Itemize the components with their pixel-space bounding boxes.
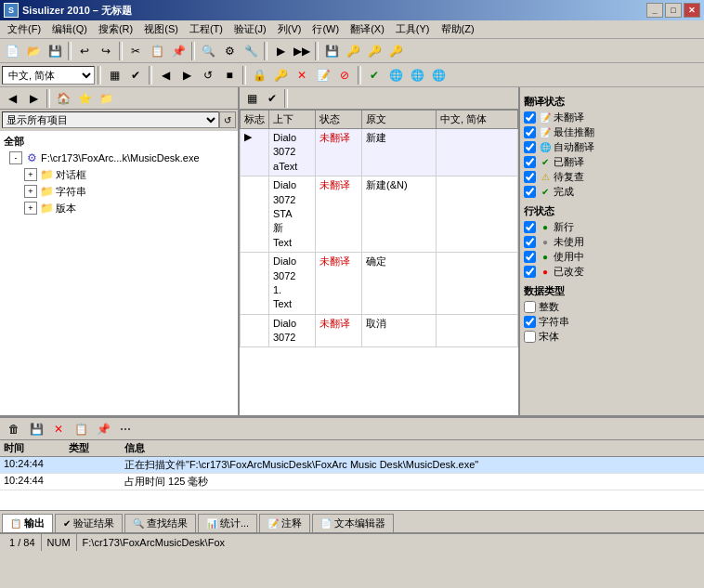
log-delete-btn[interactable]: ✕ [48, 419, 69, 439]
cut-button[interactable]: ✂ [125, 41, 146, 61]
menu-column[interactable]: 列(V) [272, 20, 307, 38]
label-translated: 已翻译 [554, 155, 584, 169]
tree-expander-version[interactable]: + [24, 202, 37, 215]
menu-row[interactable]: 行(W) [306, 20, 345, 38]
checkbox-unused[interactable] [524, 236, 536, 248]
nav-back-btn[interactable]: ◀ [155, 65, 176, 85]
tb-btn-7[interactable]: ▶ [270, 41, 291, 61]
log-save-btn[interactable]: 💾 [26, 419, 46, 439]
tree-home-btn[interactable]: 🏠 [53, 88, 73, 109]
checkbox-untranslated[interactable] [524, 111, 536, 124]
open-button[interactable]: 📂 [23, 41, 44, 61]
menu-search[interactable]: 搜索(R) [93, 20, 138, 38]
tb-translate2-btn[interactable]: 🌐 [407, 65, 427, 85]
tb-key-btn[interactable]: 🔑 [270, 65, 291, 85]
menu-edit[interactable]: 编辑(Q) [46, 20, 93, 38]
close-button[interactable]: ✕ [684, 3, 700, 18]
tab-text-editor[interactable]: 📄 文本编辑器 [312, 514, 394, 532]
log-row[interactable]: 10:24:44 正在扫描文件"F:\cr173\FoxArcMusicDesk… [0, 457, 704, 474]
tree-expander-string[interactable]: + [24, 185, 37, 198]
tb-translate-btn[interactable]: 🌐 [385, 65, 406, 85]
checkbox-changed[interactable] [524, 266, 536, 278]
menu-help[interactable]: 帮助(Z) [436, 20, 480, 38]
tree-expander-file[interactable]: - [9, 151, 22, 164]
checkbox-new-row[interactable] [524, 221, 536, 233]
log-more-btn[interactable]: ⋯ [115, 419, 136, 439]
tab-find[interactable]: 🔍 查找结果 [124, 514, 196, 532]
label-font: 宋体 [539, 330, 559, 344]
paste-button[interactable]: 📌 [168, 41, 189, 61]
table-check-btn[interactable]: ✔ [262, 88, 282, 109]
tree-back-btn[interactable]: ◀ [2, 88, 22, 109]
log-row[interactable]: 10:24:44 占用时间 125 毫秒 [0, 474, 704, 490]
checkbox-in-use[interactable] [524, 251, 536, 263]
checkbox-string[interactable] [524, 316, 536, 328]
tb-translate3-btn[interactable]: 🌐 [428, 65, 449, 85]
copy-button[interactable]: 📋 [147, 41, 167, 61]
tree-star-btn[interactable]: ⭐ [74, 88, 95, 109]
tb-grid-btn[interactable]: ▦ [104, 65, 124, 85]
maximize-button[interactable]: □ [665, 3, 682, 18]
tb-check-btn[interactable]: ✔ [125, 65, 146, 85]
tb-lock-btn[interactable]: 🔒 [249, 65, 269, 85]
tb-error-btn[interactable]: ⊘ [334, 65, 355, 85]
tb-btn-9[interactable]: 💾 [321, 41, 342, 61]
new-button[interactable]: 📄 [2, 41, 22, 61]
table-row[interactable]: Dialo3072 未翻译 取消 [241, 314, 518, 347]
minimize-button[interactable]: _ [646, 3, 663, 18]
tb-btn-8[interactable]: ▶▶ [292, 41, 312, 61]
menu-file[interactable]: 文件(F) [2, 20, 46, 38]
tb-btn-6[interactable]: 🔧 [241, 41, 261, 61]
checkbox-font[interactable] [524, 331, 536, 343]
tb-edit-btn[interactable]: 📝 [313, 65, 333, 85]
tb-btn-4[interactable]: 🔍 [198, 41, 218, 61]
checkbox-integer[interactable] [524, 301, 536, 313]
tab-output[interactable]: 📋 输出 [2, 514, 53, 532]
menu-view[interactable]: 视图(S) [138, 20, 184, 38]
tab-notes[interactable]: 📝 注释 [259, 514, 310, 532]
menu-validate[interactable]: 验证(J) [228, 20, 272, 38]
tb-btn-11[interactable]: 🔑 [364, 41, 385, 61]
tree-forward-btn[interactable]: ▶ [23, 88, 44, 109]
row-flag-2 [241, 176, 269, 253]
tb-green-btn[interactable]: ✔ [364, 65, 385, 85]
tree-node-string[interactable]: + 📁 字符串 [2, 183, 236, 200]
tree-node-version[interactable]: + 📁 版本 [2, 200, 236, 216]
checkbox-best-guess[interactable] [524, 126, 536, 138]
table-grid-btn[interactable]: ▦ [241, 88, 262, 109]
menu-tools[interactable]: 工具(Y) [390, 20, 436, 38]
log-clear-btn[interactable]: 🗑 [4, 419, 24, 439]
nav-forward-btn[interactable]: ▶ [176, 65, 197, 85]
tb-x-btn[interactable]: ✕ [292, 65, 312, 85]
undo-button[interactable]: ↩ [74, 41, 95, 61]
tree-folder-btn[interactable]: 📁 [96, 88, 116, 109]
checkbox-review[interactable] [524, 171, 536, 183]
table-row[interactable]: Dialo30721.Text 未翻译 确定 [241, 253, 518, 315]
tb-btn-5[interactable]: ⚙ [219, 41, 240, 61]
checkbox-translated[interactable] [524, 156, 536, 168]
filter-combo[interactable]: 显示所有项目 [2, 111, 219, 128]
log-paste-btn[interactable]: 📌 [93, 419, 113, 439]
tab-stats[interactable]: 📊 统计... [198, 514, 257, 532]
tb-btn-12[interactable]: 🔑 [385, 41, 406, 61]
language-combo[interactable]: 中文, 简体 [2, 66, 95, 85]
tree-node-dialog[interactable]: + 📁 对话框 [2, 166, 236, 183]
tab-validate[interactable]: ✔ 验证结果 [55, 514, 123, 532]
nav-stop-btn[interactable]: ■ [219, 65, 240, 85]
table-row[interactable]: Dialo3072STA新Text 未翻译 新建(&N) [241, 176, 518, 253]
checkbox-done[interactable] [524, 186, 536, 198]
menu-translate[interactable]: 翻译(X) [345, 20, 390, 38]
refresh-button[interactable]: ↺ [219, 111, 236, 128]
tree-expander-dialog[interactable]: + [24, 168, 37, 181]
tree-node-all[interactable]: 全部 [2, 133, 236, 150]
tree-node-file[interactable]: - ⚙ F:\cr173\FoxArc...k\MusicDesk.exe [2, 150, 236, 166]
log-copy-btn[interactable]: 📋 [71, 419, 91, 439]
tb-btn-10[interactable]: 🔑 [343, 41, 363, 61]
redo-button[interactable]: ↪ [96, 41, 116, 61]
table-container[interactable]: 标志 上下 状态 原文 中文, 简体 ▶ Dialo3072aText 未翻译 … [240, 110, 518, 415]
checkbox-auto-translate[interactable] [524, 141, 536, 153]
menu-project[interactable]: 工程(T) [184, 20, 228, 38]
save-button[interactable]: 💾 [45, 41, 65, 61]
nav-refresh-btn[interactable]: ↺ [198, 65, 218, 85]
table-row[interactable]: ▶ Dialo3072aText 未翻译 新建 [241, 129, 518, 176]
